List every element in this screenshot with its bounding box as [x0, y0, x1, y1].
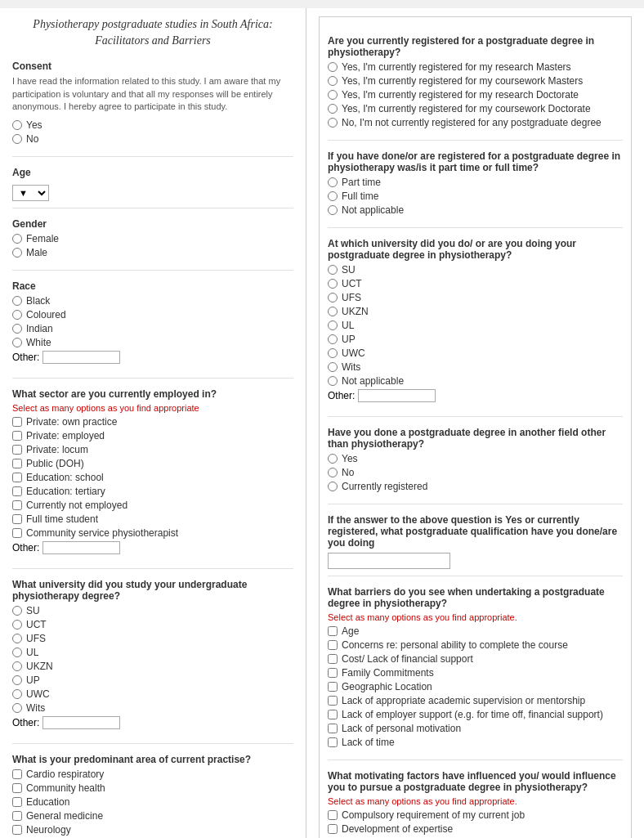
undergrad-ul[interactable]: UL	[12, 647, 293, 658]
sector-title: What sector are you currently employed i…	[12, 388, 293, 400]
another-field-section: Have you done a postgraduate degree in a…	[328, 427, 623, 504]
postgrad-other[interactable]: Other:	[328, 389, 436, 402]
undergrad-ukzn[interactable]: UKZN	[12, 661, 293, 672]
practice-general[interactable]: General medicine	[12, 810, 293, 822]
undergrad-other-input[interactable]	[42, 716, 120, 729]
motivating-factors-section: What motivating factors have influenced …	[328, 770, 623, 838]
postgrad-ul[interactable]: UL	[328, 320, 623, 331]
sector-private-employed[interactable]: Private: employed	[12, 430, 293, 441]
gender-options: Female Male	[12, 233, 293, 258]
time-part[interactable]: Part time	[328, 177, 623, 188]
barriers-options: Age Concerns re: personal ability to com…	[328, 625, 623, 748]
sector-public-doh[interactable]: Public (DOH)	[12, 458, 293, 469]
postgrad-su[interactable]: SU	[328, 264, 623, 276]
page-title: Physiotherapy postgraduate studies in So…	[12, 16, 293, 48]
motivate-compulsory[interactable]: Compulsory requirement of my current job	[328, 809, 623, 821]
postgrad-up[interactable]: UP	[328, 334, 623, 345]
practice-cardio[interactable]: Cardio respiratory	[12, 769, 293, 780]
barrier-employer-support[interactable]: Lack of employer support (e.g. for time …	[328, 709, 623, 720]
postgrad-uct[interactable]: UCT	[328, 278, 623, 289]
undergrad-university-section: What university did you study your under…	[12, 579, 293, 744]
another-field-yes[interactable]: Yes	[328, 453, 623, 464]
race-coloured[interactable]: Coloured	[12, 309, 293, 320]
reg-coursework-doctorate[interactable]: Yes, I'm currently registered for my cou…	[328, 103, 623, 114]
postgrad-university-options: SU UCT UFS UKZN UL UP	[328, 264, 623, 405]
undergrad-up[interactable]: UP	[12, 674, 293, 686]
sector-full-time-student[interactable]: Full time student	[12, 513, 293, 525]
race-section: Race Black Coloured Indian White Other:	[12, 280, 293, 379]
undergrad-university-options: SU UCT UFS UL UKZN UP UWC	[12, 605, 293, 732]
barrier-geographic[interactable]: Geographic Location	[328, 681, 623, 692]
practice-neurology[interactable]: Neurology	[12, 824, 293, 836]
postgrad-other-input[interactable]	[358, 389, 436, 402]
undergrad-ufs[interactable]: UFS	[12, 633, 293, 644]
consent-title: Consent	[12, 60, 293, 72]
time-not-applicable[interactable]: Not applicable	[328, 204, 623, 216]
age-section: Age ▼	[12, 167, 293, 208]
postgrad-ufs[interactable]: UFS	[328, 292, 623, 303]
full-part-time-options: Part time Full time Not applicable	[328, 177, 623, 216]
consent-no[interactable]: No	[12, 133, 293, 145]
reg-not-registered[interactable]: No, I'm not currently registered for any…	[328, 117, 623, 128]
sector-education-tertiary[interactable]: Education: tertiary	[12, 486, 293, 497]
barrier-supervision[interactable]: Lack of appropriate academic supervision…	[328, 695, 623, 706]
race-options: Black Coloured Indian White Other:	[12, 295, 293, 366]
consent-description: I have read the information related to t…	[12, 75, 293, 113]
another-field-no[interactable]: No	[328, 467, 623, 478]
undergrad-uct[interactable]: UCT	[12, 619, 293, 630]
barriers-subtitle: Select as many options as you find appro…	[328, 612, 623, 622]
race-white[interactable]: White	[12, 337, 293, 348]
qual-done-title: If the answer to the above question is Y…	[328, 514, 623, 549]
age-dropdown[interactable]: ▼	[12, 185, 49, 201]
practice-community[interactable]: Community health	[12, 782, 293, 794]
reg-coursework-masters[interactable]: Yes, I'm currently registered for my cou…	[328, 75, 623, 87]
postgrad-ukzn[interactable]: UKZN	[328, 306, 623, 317]
postgrad-university-title: At which university did you do/ or are y…	[328, 238, 623, 261]
postgrad-uwc[interactable]: UWC	[328, 347, 623, 359]
practice-education[interactable]: Education	[12, 796, 293, 808]
consent-yes[interactable]: Yes	[12, 119, 293, 131]
race-other[interactable]: Other:	[12, 351, 120, 364]
barrier-age[interactable]: Age	[328, 625, 623, 637]
right-panel-inner: Are you currently registered for a postg…	[319, 16, 632, 838]
motivating-factors-title: What motivating factors have influenced …	[328, 770, 623, 793]
sector-private-own[interactable]: Private: own practice	[12, 416, 293, 428]
motivating-factors-subtitle: Select as many options as you find appro…	[328, 796, 623, 806]
sector-options: Private: own practice Private: employed …	[12, 416, 293, 557]
postgrad-not-applicable[interactable]: Not applicable	[328, 375, 623, 387]
currently-registered-options: Yes, I'm currently registered for my res…	[328, 61, 623, 128]
practice-area-title: What is your predominant area of current…	[12, 754, 293, 765]
undergrad-uwc[interactable]: UWC	[12, 688, 293, 700]
another-field-currently[interactable]: Currently registered	[328, 481, 623, 492]
barrier-financial[interactable]: Cost/ Lack of financial support	[328, 653, 623, 665]
postgrad-wits[interactable]: Wits	[328, 361, 623, 373]
barrier-family[interactable]: Family Commitments	[328, 667, 623, 679]
gender-female[interactable]: Female	[12, 233, 293, 244]
gender-male[interactable]: Male	[12, 247, 293, 258]
full-part-time-section: If you have done/or are registered for a…	[328, 150, 623, 228]
barriers-section: What barriers do you see when undertakin…	[328, 586, 623, 760]
reg-research-doctorate[interactable]: Yes, I'm currently registered for my res…	[328, 89, 623, 101]
sector-not-employed[interactable]: Currently not employed	[12, 500, 293, 511]
sector-private-locum[interactable]: Private: locum	[12, 444, 293, 455]
sector-education-school[interactable]: Education: school	[12, 472, 293, 483]
sector-other-input[interactable]	[42, 541, 120, 554]
barrier-time[interactable]: Lack of time	[328, 737, 623, 748]
consent-options: Yes No	[12, 119, 293, 145]
sector-subtitle: Select as many options as you find appro…	[12, 403, 293, 413]
motivate-expertise[interactable]: Development of expertise	[328, 823, 623, 835]
undergrad-su[interactable]: SU	[12, 605, 293, 616]
race-other-input[interactable]	[42, 351, 120, 364]
another-field-title: Have you done a postgraduate degree in a…	[328, 427, 623, 450]
qual-done-input[interactable]	[328, 553, 450, 569]
reg-research-masters[interactable]: Yes, I'm currently registered for my res…	[328, 61, 623, 73]
sector-community-service[interactable]: Community service physiotherapist	[12, 527, 293, 539]
race-black[interactable]: Black	[12, 295, 293, 307]
undergrad-other[interactable]: Other:	[12, 716, 120, 729]
race-indian[interactable]: Indian	[12, 323, 293, 334]
sector-other[interactable]: Other:	[12, 541, 120, 554]
undergrad-wits[interactable]: Wits	[12, 702, 293, 714]
barrier-motivation[interactable]: Lack of personal motivation	[328, 723, 623, 734]
time-full[interactable]: Full time	[328, 190, 623, 202]
barrier-personal-ability[interactable]: Concerns re: personal ability to complet…	[328, 639, 623, 651]
